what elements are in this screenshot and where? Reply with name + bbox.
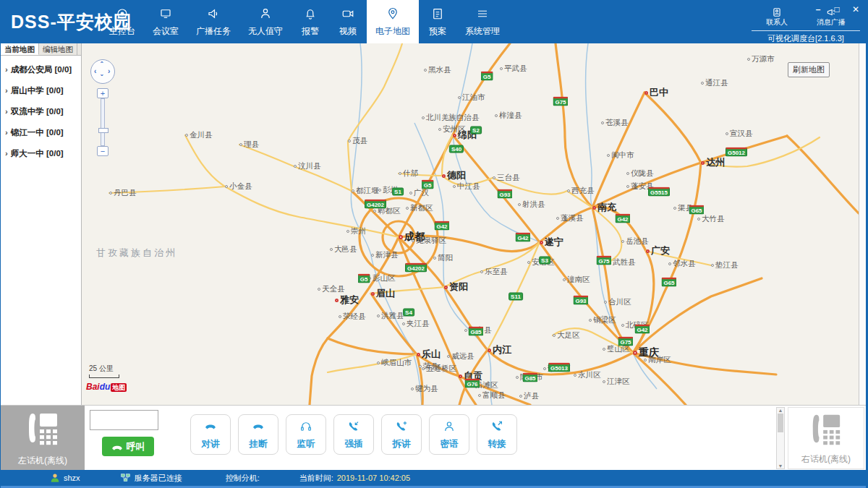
message-broadcast-button[interactable]: 消息广播 [817, 7, 846, 27]
expand-arrow-icon[interactable]: › [5, 86, 8, 95]
map-label-阆中市: 阆中市 [607, 150, 634, 160]
pan-up-icon[interactable]: ˆ [101, 61, 103, 69]
phone-panel-scrollbar[interactable]: ▲ ▼ [776, 407, 785, 469]
map-canvas[interactable]: 成都重庆绵阳德阳巴中达州南充遂宁广安资阳眉山雅安乐山内江自贡甘孜藏族自治州黑水县… [82, 43, 859, 405]
city-marker-icon [453, 185, 456, 188]
city-marker-icon [399, 235, 403, 239]
highway-badge-G65: G65 [689, 205, 704, 215]
left-phone-tile[interactable]: 左话机(离线) [1, 406, 85, 471]
city-marker-icon [377, 361, 380, 364]
pan-right-icon[interactable]: › [108, 67, 110, 75]
nav-tab-视频[interactable]: 视频 [329, 0, 367, 43]
tree-item-成都公安局[interactable]: ›成都公安局 [0/0] [5, 64, 81, 75]
highway-badge-G65: G65 [661, 278, 676, 287]
city-marker-icon [371, 254, 374, 257]
action-button-密语[interactable]: 密语 [429, 414, 469, 455]
pan-left-icon[interactable]: ‹ [94, 67, 96, 75]
city-marker-icon [701, 161, 705, 165]
map-label-达州: 达州 [701, 156, 725, 169]
sidebar-tab-当前地图[interactable]: 当前地图 [1, 43, 39, 55]
person-icon [248, 7, 283, 21]
nav-tab-主控台[interactable]: 主控台 [101, 0, 144, 43]
map-zoom-slider[interactable]: + − [97, 88, 109, 156]
nav-tab-无人值守[interactable]: 无人值守 [239, 0, 292, 43]
nav-tab-预案[interactable]: 预案 [419, 0, 456, 43]
tree-item-师大一中[interactable]: ›师大一中 [0/0] [5, 148, 81, 159]
city-marker-icon [346, 230, 349, 233]
city-marker-icon [442, 174, 446, 178]
map-label-大邑县: 大邑县 [330, 244, 357, 254]
nav-tab-label: 无人值守 [248, 25, 283, 38]
action-button-拆讲[interactable]: 拆讲 [381, 414, 422, 455]
action-button-转接[interactable]: 转接 [477, 414, 517, 455]
map-label-蓬溪县: 蓬溪县 [556, 213, 584, 223]
system-icon [465, 7, 500, 21]
server-status-text: 服务器已连接 [135, 473, 182, 484]
highway-badge-G5: G5 [481, 72, 493, 81]
action-button-监听[interactable]: 监听 [286, 414, 326, 455]
nav-tab-电子地图[interactable]: 电子地图 [367, 0, 419, 43]
map-label-甘孜藏族自治州: 甘孜藏族自治州 [96, 247, 177, 260]
map-label-宣汉县: 宣汉县 [726, 129, 753, 139]
nav-tab-会议室[interactable]: 会议室 [144, 0, 187, 43]
scroll-down-icon[interactable]: ▼ [777, 463, 784, 468]
zoom-in-button[interactable]: + [97, 88, 109, 98]
map-label-简阳: 简阳 [433, 253, 453, 263]
tree-item-锦江一中[interactable]: ›锦江一中 [0/0] [5, 127, 81, 138]
nav-tab-系统管理[interactable]: 系统管理 [456, 0, 509, 43]
city-marker-icon [500, 67, 503, 70]
expand-arrow-icon[interactable]: › [5, 65, 8, 74]
scroll-up-icon[interactable]: ▲ [777, 408, 784, 413]
city-marker-icon [601, 121, 604, 124]
tree-item-眉山中学[interactable]: ›眉山中学 [0/0] [5, 85, 81, 96]
map-label-中江县: 中江县 [453, 181, 480, 192]
city-marker-icon [519, 395, 522, 398]
city-marker-icon [433, 257, 436, 260]
scroll-thumb[interactable] [778, 414, 783, 432]
map-label-江津区: 江津区 [603, 377, 630, 387]
dial-number-input[interactable] [90, 410, 158, 430]
highway-badge-G42: G42 [434, 221, 449, 231]
server-icon [120, 473, 131, 483]
city-marker-icon [444, 286, 448, 289]
zoom-thumb[interactable] [98, 128, 109, 133]
map-label-夹江县: 夹江县 [402, 319, 430, 329]
expand-arrow-icon[interactable]: › [5, 149, 8, 158]
map-label-万源市: 万源市 [747, 54, 775, 64]
map-label-乐山: 乐山 [417, 348, 441, 361]
city-marker-icon [409, 192, 412, 194]
nav-tab-报警[interactable]: 报警 [292, 0, 329, 43]
city-marker-icon [527, 261, 530, 264]
expand-arrow-icon[interactable]: › [5, 107, 8, 116]
action-button-强插[interactable]: 强插 [333, 414, 374, 455]
city-marker-icon [447, 355, 450, 358]
contacts-icon [766, 7, 788, 17]
city-marker-icon [294, 165, 297, 168]
expand-arrow-icon[interactable]: › [5, 128, 8, 137]
city-marker-icon [330, 248, 333, 251]
action-button-对讲[interactable]: 对讲 [190, 414, 231, 455]
city-marker-icon [406, 207, 409, 210]
nav-tab-广播任务[interactable]: 广播任务 [187, 0, 239, 43]
zoom-track[interactable] [101, 98, 105, 146]
map-label-大足区: 大足区 [553, 330, 580, 341]
sidebar-tab-编辑地图[interactable]: 编辑地图 [39, 43, 77, 55]
city-marker-icon [371, 292, 375, 296]
call-button[interactable]: 呼叫 [102, 437, 154, 456]
map-label-乐至县: 乐至县 [480, 267, 508, 277]
refresh-map-button[interactable]: 刷新地图 [788, 62, 830, 77]
action-button-挂断[interactable]: 挂断 [238, 414, 278, 455]
highway-badge-G42: G42 [515, 233, 530, 242]
extension-status: 控制分机: [226, 473, 260, 484]
contacts-button[interactable]: 联系人 [766, 7, 788, 27]
pan-down-icon[interactable]: ˇ [101, 74, 103, 82]
map-label-五通桥区: 五通桥区 [422, 364, 456, 374]
title-bar: DSS-平安校园 主控台会议室广播任务无人值守报警视频电子地图预案系统管理 – … [1, 0, 868, 43]
zoom-out-button[interactable]: − [97, 146, 109, 156]
baidu-logo: Baidu地图 [86, 382, 127, 393]
nav-tab-label: 视频 [338, 25, 358, 38]
right-phone-tile[interactable]: 右话机(离线) [788, 407, 864, 469]
tree-item-双流中学[interactable]: ›双流中学 [0/0] [5, 106, 81, 117]
nav-tab-label: 主控台 [109, 25, 135, 38]
map-pan-control[interactable]: ˆ ˇ ‹ › [90, 59, 115, 84]
